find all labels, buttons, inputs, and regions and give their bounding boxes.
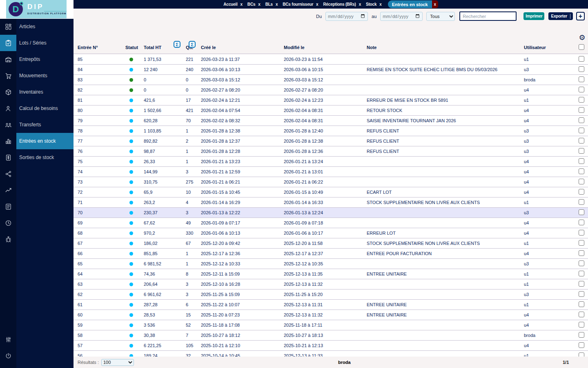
row-checkbox[interactable]	[579, 117, 584, 123]
tab-close-icon[interactable]: x	[276, 2, 278, 7]
row-checkbox[interactable]	[579, 332, 584, 338]
row-checkbox[interactable]	[579, 209, 584, 215]
sidebar-item[interactable]: Mouvements	[16, 67, 74, 84]
row-checkbox[interactable]	[579, 281, 584, 287]
print-button[interactable]: Imprimer	[523, 12, 544, 20]
sum-total-button[interactable]: Σ	[174, 41, 180, 48]
table-row[interactable]: 8412 2402402026-03-06 à 10:132026-03-06 …	[74, 65, 588, 75]
sidebar-item[interactable]: Lots / Séries	[16, 35, 74, 51]
col-status[interactable]: Statut	[125, 45, 144, 50]
table-row[interactable]: 6967,62492026-01-09 à 07:172026-01-09 à …	[74, 218, 588, 228]
table-row[interactable]: 66851,8512025-12-17 à 12:362025-12-17 à …	[74, 249, 588, 259]
search-input[interactable]	[459, 11, 517, 21]
table-row[interactable]: 7526,3312026-01-21 à 13:232026-01-21 à 1…	[74, 157, 588, 167]
table-row[interactable]: 70230,3732026-01-13 à 12:222026-01-13 à …	[74, 208, 588, 218]
col-modified[interactable]: Modifié le	[284, 45, 367, 50]
type-select[interactable]: Tous	[426, 12, 455, 21]
row-checkbox[interactable]	[579, 230, 584, 236]
row-checkbox[interactable]	[579, 260, 584, 266]
add-button[interactable]: +	[576, 12, 585, 20]
row-checkbox[interactable]	[579, 189, 584, 195]
table-row[interactable]: 74144,9932026-01-21 à 12:592026-01-21 à …	[74, 167, 588, 177]
tab-close-icon[interactable]: x	[240, 2, 242, 7]
row-checkbox[interactable]	[579, 128, 584, 133]
col-note[interactable]: Note	[367, 45, 524, 50]
row-checkbox[interactable]	[579, 271, 584, 276]
tab[interactable]: Réceptions (BRs)x	[323, 2, 361, 7]
row-checkbox[interactable]	[579, 312, 584, 317]
select-all-checkbox[interactable]	[579, 44, 584, 50]
table-row[interactable]: 5830,3872025-10-27 à 18:122025-10-27 à 1…	[74, 330, 588, 341]
tab[interactable]: BLsx	[265, 2, 278, 7]
tab[interactable]: Stockx	[366, 2, 382, 7]
row-checkbox[interactable]	[579, 342, 584, 348]
table-row[interactable]: 82002026-02-27 à 08:202026-02-27 à 08:20…	[74, 85, 588, 95]
tab[interactable]: BCs fournisseurx	[283, 2, 318, 7]
settings-icon[interactable]	[0, 331, 16, 348]
row-checkbox[interactable]	[579, 76, 584, 82]
history-icon[interactable]	[0, 215, 16, 231]
tab-close-icon[interactable]: x	[359, 2, 361, 7]
table-row[interactable]: 6028,53152025-11-20 à 07:232025-12-13 à …	[74, 310, 588, 320]
row-checkbox[interactable]	[579, 250, 584, 256]
row-checkbox[interactable]	[579, 158, 584, 164]
table-row[interactable]: 801 502,664212026-02-04 à 07:542026-02-0…	[74, 105, 588, 116]
row-checkbox[interactable]	[579, 220, 584, 225]
col-created[interactable]: Créé le	[201, 45, 284, 50]
transfers-icon[interactable]	[0, 117, 16, 133]
sidebar-item[interactable]: Calcul de besoins	[16, 100, 74, 117]
table-row[interactable]: 656 981,5212025-12-12 à 10:332025-12-12 …	[74, 259, 588, 269]
date-to-input[interactable]	[380, 12, 423, 21]
sidebar-item[interactable]: Inventaires	[16, 84, 74, 100]
table-row[interactable]: 6474,3682025-12-11 à 15:092025-12-13 à 1…	[74, 269, 588, 279]
table-row[interactable]: 73310,752752026-01-21 à 06:212026-01-21 …	[74, 177, 588, 187]
tab-active[interactable]: Entrées en stockx	[388, 0, 438, 8]
row-checkbox[interactable]	[579, 301, 584, 307]
table-row[interactable]: 851 371,532212026-03-23 à 11:372026-03-2…	[74, 54, 588, 65]
package-icon[interactable]	[0, 84, 16, 100]
tab-close-icon[interactable]: x	[379, 2, 381, 7]
row-checkbox[interactable]	[579, 179, 584, 184]
table-row[interactable]: 781 103,8512026-01-28 à 12:382026-01-28 …	[74, 126, 588, 136]
tab[interactable]: Accueilx	[223, 2, 243, 7]
sidebar-item[interactable]: Entrées en stock	[16, 133, 74, 149]
row-checkbox[interactable]	[579, 66, 584, 72]
cart-icon[interactable]	[0, 67, 16, 84]
col-user[interactable]: Utilisateur	[524, 45, 576, 50]
row-checkbox[interactable]	[579, 291, 584, 297]
table-row[interactable]: 593 536522025-11-18 à 17:082025-11-18 à …	[74, 320, 588, 330]
lots-icon[interactable]	[0, 35, 16, 51]
sidebar-item[interactable]: Articles	[16, 18, 74, 35]
table-row[interactable]: 83002026-03-03 à 15:122026-03-03 à 15:12…	[74, 75, 588, 85]
power-icon[interactable]	[0, 348, 16, 364]
warehouse-icon[interactable]	[0, 51, 16, 67]
gear-icon[interactable]: ⚙	[578, 34, 586, 41]
sidebar-item[interactable]: Transferts	[16, 117, 74, 133]
table-row[interactable]: 7265,9102026-01-15 à 10:452026-01-15 à 1…	[74, 187, 588, 197]
row-checkbox[interactable]	[579, 87, 584, 92]
tab-close-icon[interactable]: x	[432, 0, 438, 8]
row-checkbox[interactable]	[579, 107, 584, 113]
stats-icon[interactable]	[0, 133, 16, 149]
export-button[interactable]: Exporter	[548, 12, 573, 20]
table-row[interactable]: 79620,28702026-02-02 à 08:322026-02-04 à…	[74, 116, 588, 126]
sidebar-item[interactable]: Sorties de stock	[16, 149, 74, 166]
row-checkbox[interactable]	[579, 56, 584, 62]
table-row[interactable]: 77892,8222026-01-28 à 12:372026-01-28 à …	[74, 136, 588, 146]
trend-icon[interactable]	[0, 182, 16, 198]
reports-icon[interactable]	[0, 198, 16, 215]
tab[interactable]: BCsx	[247, 2, 261, 7]
tab-close-icon[interactable]: x	[316, 2, 318, 7]
row-checkbox[interactable]	[579, 199, 584, 205]
table-row[interactable]: 63206,6432025-12-10 à 16:282025-12-13 à …	[74, 279, 588, 289]
customers-icon[interactable]	[0, 100, 16, 117]
debug-icon[interactable]	[0, 231, 16, 247]
table-row[interactable]: 7698,8712026-01-28 à 12:282026-01-28 à 1…	[74, 146, 588, 157]
tab-close-icon[interactable]: x	[258, 2, 260, 7]
date-from-input[interactable]	[325, 12, 368, 21]
sidebar-item[interactable]: Entrepôts	[16, 51, 74, 67]
table-row[interactable]: 81421,6172026-02-24 à 12:212026-02-24 à …	[74, 95, 588, 105]
table-row[interactable]: 61287,2862025-11-22 à 10:072025-12-13 à …	[74, 300, 588, 310]
page-size-select[interactable]: 100	[101, 359, 134, 366]
table-row[interactable]: 67186,02672025-12-20 à 09:422025-12-20 à…	[74, 238, 588, 249]
